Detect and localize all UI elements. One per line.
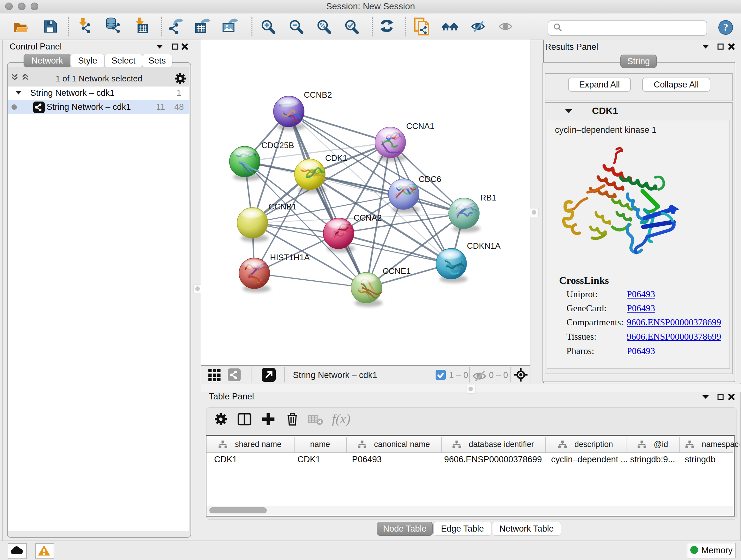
svg-text:CCNA2: CCNA2 (354, 213, 382, 223)
svg-text:?: ? (723, 21, 728, 33)
svg-text:CDKN1A: CDKN1A (467, 241, 501, 251)
svg-text:CCNA1: CCNA1 (406, 121, 434, 131)
svg-text:RB1: RB1 (480, 193, 496, 202)
svg-text:CDK1: CDK1 (325, 153, 347, 163)
svg-text:CCNB2: CCNB2 (304, 90, 332, 100)
svg-text:CDC25B: CDC25B (261, 140, 294, 150)
svg-text:CCNE1: CCNE1 (383, 266, 411, 276)
svg-text:HIST1H1A: HIST1H1A (270, 253, 310, 262)
svg-text:CCNB1: CCNB1 (268, 202, 296, 211)
svg-text:CDC6: CDC6 (419, 174, 441, 184)
